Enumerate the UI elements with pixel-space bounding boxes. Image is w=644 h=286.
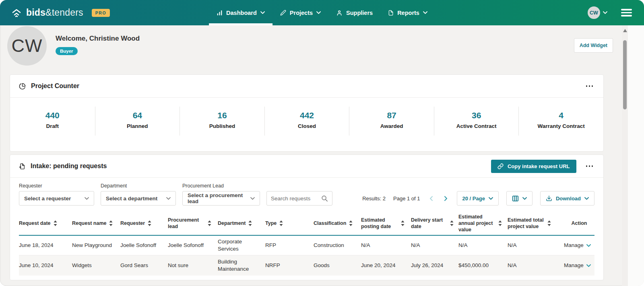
- procurement-lead-select[interactable]: Select a procurement lead: [182, 191, 260, 206]
- next-page-button[interactable]: [442, 194, 449, 203]
- bar-chart-icon: [217, 10, 223, 16]
- search-icon: [321, 195, 328, 202]
- user-menu[interactable]: CW: [588, 6, 607, 19]
- manage-dropdown[interactable]: Manage: [564, 239, 596, 251]
- table-row[interactable]: June 18, 2024 New Playground Joelle Sofo…: [19, 236, 594, 255]
- scrollbar-thumb[interactable]: [623, 40, 627, 109]
- requester-select[interactable]: Select a requester: [19, 191, 94, 206]
- department-select[interactable]: Select a department: [101, 191, 176, 206]
- requester-filter: Requester Select a requester: [19, 183, 94, 206]
- brand-name: bids&tenders: [26, 7, 83, 18]
- column-header-procurement-lead[interactable]: Procurement lead: [168, 217, 218, 230]
- department-filter: Department Select a department: [101, 183, 176, 206]
- sort-icon: [148, 220, 151, 226]
- nav-item-dashboard[interactable]: Dashboard: [209, 0, 272, 25]
- column-header-classification[interactable]: Classification: [314, 220, 361, 226]
- results-count: Results: 2: [362, 195, 386, 202]
- welcome-info: Welcome, Christine Wood Buyer: [56, 35, 140, 55]
- copy-intake-url-button[interactable]: Copy intake request URL: [491, 160, 576, 173]
- project-counter-header: Project Counter: [10, 75, 603, 98]
- project-counter-widget: Project Counter 440 Draft 64 Planned 16 …: [10, 74, 604, 152]
- pencil-icon: [280, 10, 286, 16]
- column-header-delivery-start-date[interactable]: Delivery start date: [411, 217, 458, 230]
- nav-item-reports[interactable]: Reports: [380, 0, 435, 25]
- column-header-requester[interactable]: Requester: [120, 220, 168, 226]
- widget-title: Project Counter: [19, 82, 79, 90]
- chevron-down-icon: [522, 197, 527, 200]
- welcome-section: CW Welcome, Christine Wood Buyer Add Wid…: [0, 25, 644, 68]
- sort-icon: [401, 220, 405, 226]
- navbar-right-group: CW: [588, 6, 633, 19]
- more-options-icon[interactable]: [584, 163, 595, 169]
- intake-header: Intake: pending requests Copy intake req…: [10, 155, 603, 178]
- download-button[interactable]: Download: [540, 191, 594, 206]
- column-header-estimated-annual-project-value[interactable]: Estimated annual project value: [458, 214, 508, 233]
- counter-awarded[interactable]: 87 Awarded: [349, 107, 434, 136]
- nav-item-label: Projects: [290, 10, 313, 16]
- intake-pending-requests-widget: Intake: pending requests Copy intake req…: [10, 154, 604, 280]
- hamburger-menu-icon[interactable]: [620, 7, 633, 18]
- role-badge: Buyer: [56, 47, 78, 55]
- person-icon: [336, 10, 343, 16]
- counter-warranty-contract[interactable]: 4 Warranty Contract: [518, 107, 603, 136]
- columns-icon: [512, 195, 519, 202]
- page-indicator: Page 1 of 1: [393, 195, 420, 202]
- sort-icon: [109, 220, 113, 226]
- primary-navigation: Dashboard Projects: [209, 0, 435, 25]
- scrollbar-up-arrow-icon[interactable]: [623, 29, 627, 32]
- column-header-estimated-total-project-value[interactable]: Estimated total project value: [508, 217, 564, 230]
- search-requests-box: [266, 191, 332, 206]
- sort-icon: [498, 220, 502, 226]
- chevron-down-icon: [260, 11, 265, 14]
- chevron-down-icon: [489, 197, 493, 200]
- sort-icon: [547, 220, 551, 226]
- page-size-select[interactable]: 20 / Page: [457, 191, 499, 206]
- column-header-request-date[interactable]: Request date: [19, 220, 72, 226]
- brand-logo[interactable]: bids&tenders PRO: [11, 7, 110, 18]
- top-navbar: bids&tenders PRO Dashboard: [0, 0, 644, 25]
- chevron-down-icon: [423, 11, 427, 14]
- table-header-row: Request date Request name Requester Proc…: [19, 212, 594, 236]
- nav-item-suppliers[interactable]: Suppliers: [328, 0, 380, 25]
- column-header-action: Action: [564, 220, 594, 226]
- chevron-down-icon: [603, 11, 607, 14]
- list-toolbar: Results: 2 Page 1 of 1 20 / Page: [362, 191, 594, 206]
- manage-dropdown[interactable]: Manage: [564, 259, 596, 272]
- pie-chart-icon: [19, 83, 26, 90]
- file-icon: [388, 10, 394, 16]
- logo-double-chevron-up-icon: [11, 8, 22, 18]
- chevron-down-icon: [586, 264, 591, 267]
- nav-item-label: Suppliers: [346, 10, 373, 16]
- chevron-down-icon: [85, 197, 89, 200]
- column-header-type[interactable]: Type: [265, 220, 314, 226]
- nav-item-label: Dashboard: [226, 10, 257, 16]
- previous-page-button[interactable]: [428, 194, 435, 203]
- right-gutter: [628, 25, 644, 286]
- page-title: Welcome, Christine Wood: [56, 35, 140, 43]
- counter-closed[interactable]: 442 Closed: [264, 107, 349, 136]
- procurement-lead-filter: Procurement Lead Select a procurement le…: [182, 183, 260, 206]
- scrollbar[interactable]: [622, 25, 628, 286]
- chevron-down-icon: [586, 244, 591, 247]
- counter-active-contract[interactable]: 36 Active Contract: [434, 107, 519, 136]
- column-header-request-name[interactable]: Request name: [72, 220, 120, 226]
- counter-published[interactable]: 16 Published: [180, 107, 264, 136]
- chevron-down-icon: [316, 11, 321, 14]
- intake-filter-bar: Requester Select a requester Department …: [10, 178, 603, 212]
- counter-planned[interactable]: 64 Planned: [95, 107, 180, 136]
- nav-item-projects[interactable]: Projects: [272, 0, 328, 25]
- column-settings-button[interactable]: [506, 191, 533, 206]
- more-options-icon[interactable]: [584, 83, 595, 89]
- table-row[interactable]: June 10, 2024 Widgets Gord Sears Not sur…: [19, 255, 594, 276]
- pro-badge: PRO: [92, 9, 110, 17]
- app-window: bids&tenders PRO Dashboard: [0, 0, 644, 286]
- search-input[interactable]: [271, 195, 319, 202]
- widget-title: Intake: pending requests: [19, 163, 107, 170]
- user-avatar: CW: [588, 6, 600, 19]
- add-widget-button[interactable]: Add Widget: [574, 38, 613, 53]
- counter-draft[interactable]: 440 Draft: [10, 107, 95, 136]
- column-header-estimated-posting-date[interactable]: Estimated posting date: [361, 217, 411, 230]
- chevron-down-icon: [584, 197, 589, 200]
- chevron-down-icon: [166, 197, 171, 200]
- column-header-department[interactable]: Department: [218, 220, 265, 226]
